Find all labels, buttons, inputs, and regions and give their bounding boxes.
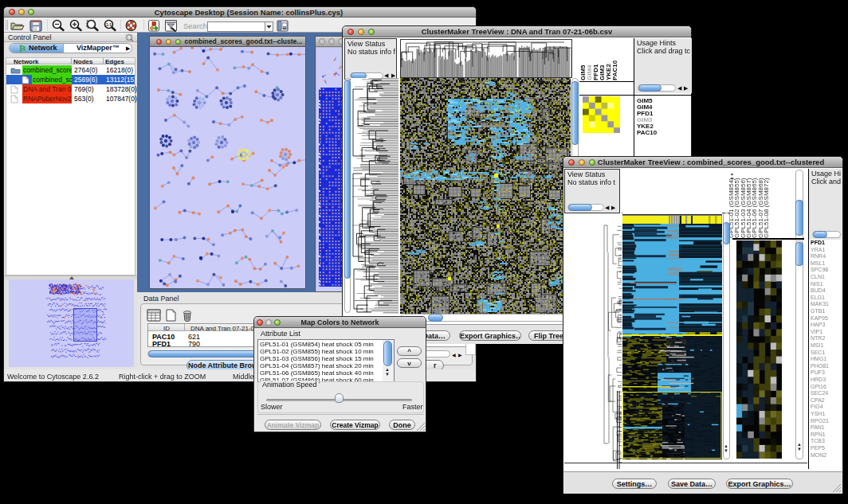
svg-text:B: B [283, 25, 287, 30]
svg-text:Search:: Search: [183, 21, 210, 30]
svg-text:1:1: 1:1 [106, 22, 112, 27]
